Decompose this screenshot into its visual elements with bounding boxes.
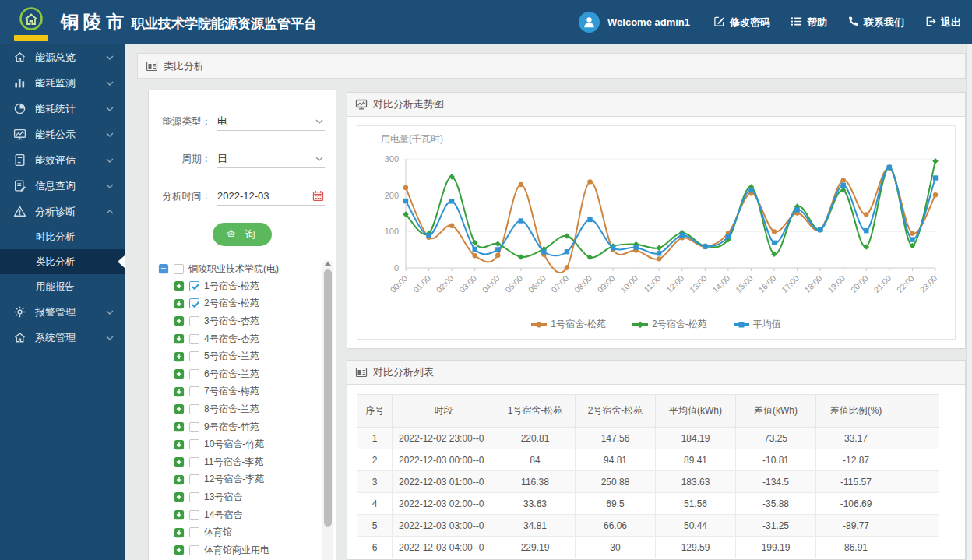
sidebar-item-5[interactable]: 能效评估 bbox=[0, 147, 125, 173]
sidebar-item-7[interactable]: 分析诊断 bbox=[0, 199, 125, 224]
tree-item-checkbox[interactable] bbox=[189, 474, 199, 484]
cell: -10.81 bbox=[736, 449, 816, 471]
table-row-5: 52022-12-03 03:00--034.8166.0650.44-31.2… bbox=[357, 515, 939, 537]
expand-plus-icon[interactable] bbox=[174, 315, 185, 326]
header-action-3[interactable]: 联系我们 bbox=[847, 16, 904, 30]
sidebar-subitem-类比分析[interactable]: 类比分析 bbox=[0, 249, 125, 274]
tree-scrollbar[interactable] bbox=[322, 260, 333, 560]
tree-item-checkbox[interactable] bbox=[189, 510, 199, 520]
svg-text:200: 200 bbox=[385, 191, 399, 200]
tree-item-checkbox[interactable] bbox=[189, 386, 199, 396]
tree-item-checkbox[interactable] bbox=[189, 281, 199, 291]
col-header-4: 2号宿舍-松苑 bbox=[576, 395, 656, 428]
tree-item-label[interactable]: 体育馆商业用电 bbox=[204, 544, 269, 557]
sidebar-item-4[interactable]: 能耗公示 bbox=[0, 122, 125, 147]
energy-type-select[interactable]: 电 bbox=[217, 112, 325, 131]
expand-plus-icon[interactable] bbox=[174, 544, 185, 555]
sidebar-item-label: 能源总览 bbox=[35, 51, 76, 65]
expand-plus-icon[interactable] bbox=[174, 509, 185, 520]
period-label: 周期： bbox=[160, 153, 211, 166]
cell: 1 bbox=[357, 428, 393, 449]
cell: 4 bbox=[357, 493, 393, 515]
col-header-empty bbox=[896, 395, 939, 428]
expand-plus-icon[interactable] bbox=[174, 298, 185, 309]
user-chip[interactable]: Welcome admin1 bbox=[579, 12, 690, 33]
calendar-icon[interactable] bbox=[312, 190, 324, 202]
tree-item-label[interactable]: 体育馆 bbox=[204, 526, 232, 539]
tree-item-checkbox[interactable] bbox=[189, 439, 199, 449]
tree-item-label[interactable]: 14号宿舍 bbox=[204, 509, 242, 522]
sidebar-subitem-用能报告[interactable]: 用能报告 bbox=[0, 274, 125, 299]
tree-item-checkbox[interactable] bbox=[189, 334, 199, 344]
sidebar-item-6[interactable]: 信息查询 bbox=[0, 173, 125, 199]
pie-chart-icon bbox=[13, 102, 26, 115]
col-header-6: 差值(kWh) bbox=[736, 395, 816, 428]
tree-item-checkbox[interactable] bbox=[189, 492, 199, 502]
tree-item-checkbox[interactable] bbox=[189, 545, 199, 555]
tree-item-checkbox[interactable] bbox=[189, 316, 199, 326]
tree-item-4: 4号宿舍-杏苑 bbox=[174, 330, 333, 348]
collapse-minus-icon[interactable] bbox=[158, 263, 169, 274]
edit-icon bbox=[713, 16, 725, 30]
sidebar-item-3[interactable]: 能耗统计 bbox=[0, 96, 125, 122]
expand-plus-icon[interactable] bbox=[174, 421, 185, 432]
cell-empty bbox=[896, 471, 939, 493]
list-icon bbox=[791, 16, 802, 30]
tree-item-label[interactable]: 3号宿舍-杏苑 bbox=[204, 315, 259, 328]
tree-item-label[interactable]: 6号宿舍-兰苑 bbox=[204, 368, 259, 381]
analysis-time-row: 分析时间： 2022-12-03 bbox=[160, 187, 325, 206]
expand-plus-icon[interactable] bbox=[174, 491, 185, 502]
tree-item-label[interactable]: 5号宿舍-兰苑 bbox=[204, 350, 259, 363]
sidebar-item-9[interactable]: 系统管理 bbox=[0, 325, 125, 350]
tree-item-label[interactable]: 13号宿舍 bbox=[204, 491, 242, 504]
tree-item-label[interactable]: 12号宿舍-李苑 bbox=[204, 473, 264, 486]
query-button[interactable]: 查 询 bbox=[213, 223, 272, 246]
page-scrollbar[interactable] bbox=[966, 44, 972, 560]
expand-plus-icon[interactable] bbox=[174, 456, 185, 467]
expand-plus-icon[interactable] bbox=[174, 386, 185, 397]
expand-plus-icon[interactable] bbox=[174, 351, 185, 362]
expand-plus-icon[interactable] bbox=[174, 368, 185, 379]
cell: -31.25 bbox=[736, 515, 816, 537]
legend-item-2[interactable]: 2号宿舍-松苑 bbox=[632, 318, 707, 331]
header-right: Welcome admin1 修改密码帮助联系我们退出 bbox=[579, 12, 972, 33]
cell: 33.17 bbox=[816, 428, 896, 449]
tree-item-checkbox[interactable] bbox=[189, 457, 199, 467]
expand-plus-icon[interactable] bbox=[174, 333, 185, 344]
tree-item-checkbox[interactable] bbox=[189, 404, 199, 414]
tree-item-label[interactable]: 8号宿舍-兰苑 bbox=[204, 403, 259, 416]
header-action-1[interactable]: 修改密码 bbox=[713, 16, 770, 30]
scroll-up-arrow[interactable] bbox=[325, 262, 331, 266]
expand-plus-icon[interactable] bbox=[174, 280, 185, 291]
sidebar-item-8[interactable]: 报警管理 bbox=[0, 299, 125, 325]
tree-item-label[interactable]: 2号宿舍-松苑 bbox=[204, 297, 259, 310]
svg-text:03:00: 03:00 bbox=[457, 273, 478, 294]
tree-root-label[interactable]: 铜陵职业技术学院(电) bbox=[188, 262, 279, 276]
tree-item-label[interactable]: 7号宿舍-梅苑 bbox=[204, 385, 259, 398]
period-select[interactable]: 日 bbox=[217, 150, 325, 168]
legend-item-3[interactable]: 平均值 bbox=[734, 318, 781, 331]
tree-item-checkbox[interactable] bbox=[189, 369, 199, 379]
tree-item-checkbox[interactable] bbox=[189, 527, 199, 537]
tree-item-label[interactable]: 1号宿舍-松苑 bbox=[204, 280, 259, 293]
header-action-4[interactable]: 退出 bbox=[924, 16, 961, 30]
tree-item-label[interactable]: 10号宿舍-竹苑 bbox=[204, 438, 264, 451]
expand-plus-icon[interactable] bbox=[174, 403, 185, 414]
tree-item-label[interactable]: 11号宿舍-李苑 bbox=[204, 456, 263, 469]
sidebar-item-2[interactable]: 能耗监测 bbox=[0, 70, 125, 96]
tree-root-checkbox[interactable] bbox=[174, 264, 184, 274]
tree-item-checkbox[interactable] bbox=[189, 351, 199, 361]
expand-plus-icon[interactable] bbox=[174, 474, 185, 485]
expand-plus-icon[interactable] bbox=[174, 527, 185, 538]
expand-plus-icon[interactable] bbox=[174, 439, 185, 450]
sidebar-subitem-时比分析[interactable]: 时比分析 bbox=[0, 224, 125, 249]
tree-item-checkbox[interactable] bbox=[189, 298, 199, 308]
tree-item-checkbox[interactable] bbox=[189, 422, 199, 432]
tree-item-label[interactable]: 9号宿舍-竹苑 bbox=[204, 421, 259, 434]
legend-item-1[interactable]: 1号宿舍-松苑 bbox=[531, 318, 606, 331]
tree-scrollbar-thumb[interactable] bbox=[324, 269, 332, 527]
analysis-time-input[interactable]: 2022-12-03 bbox=[217, 187, 325, 206]
header-action-2[interactable]: 帮助 bbox=[791, 16, 827, 30]
sidebar-item-1[interactable]: 能源总览 bbox=[0, 44, 125, 70]
tree-item-label[interactable]: 4号宿舍-杏苑 bbox=[204, 333, 259, 346]
